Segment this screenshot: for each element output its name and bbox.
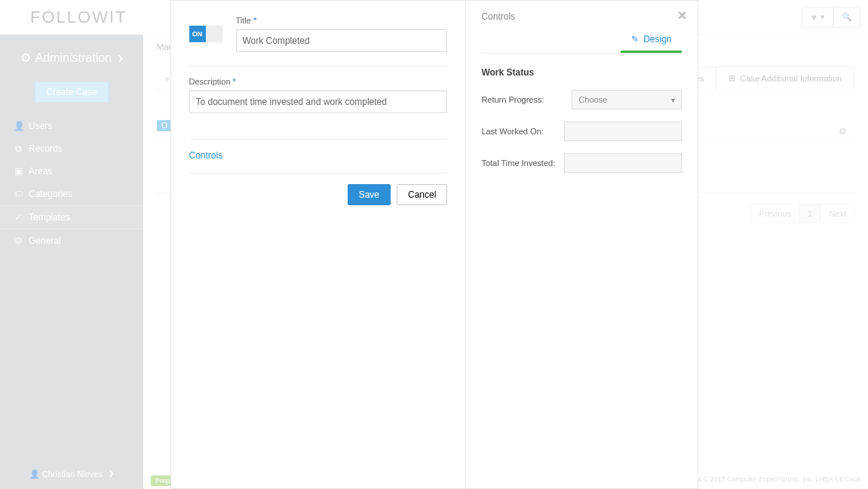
active-toggle[interactable]: ON bbox=[189, 26, 222, 42]
cancel-button[interactable]: Cancel bbox=[397, 184, 447, 205]
description-label: Description bbox=[189, 77, 448, 86]
work-status-heading: Work Status bbox=[481, 67, 682, 78]
controls-heading: Controls bbox=[481, 11, 682, 22]
close-icon[interactable]: × bbox=[678, 7, 687, 24]
title-label: Title bbox=[236, 16, 448, 25]
return-progress-label: Return Progress: bbox=[481, 95, 572, 104]
toggle-on-label: ON bbox=[189, 26, 206, 42]
total-time-input[interactable] bbox=[564, 153, 682, 173]
last-worked-input[interactable] bbox=[564, 121, 682, 141]
design-icon bbox=[631, 34, 639, 45]
description-input[interactable] bbox=[189, 91, 448, 113]
title-input[interactable] bbox=[236, 29, 448, 52]
last-worked-label: Last Worked On: bbox=[481, 127, 564, 136]
tab-design[interactable]: Design bbox=[621, 28, 682, 53]
return-progress-select[interactable]: Choose bbox=[572, 90, 682, 109]
controls-link[interactable]: Controls bbox=[189, 150, 448, 161]
save-button[interactable]: Save bbox=[348, 184, 391, 205]
chevron-down-icon bbox=[671, 95, 675, 104]
template-modal: ON Title Description Controls Save Cance… bbox=[170, 0, 698, 489]
total-time-label: Total Time Invested: bbox=[481, 158, 564, 168]
